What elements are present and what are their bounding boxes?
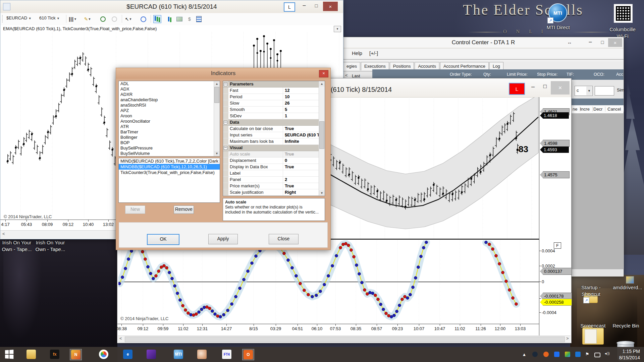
chart1-minimize-button[interactable]: –	[300, 2, 308, 8]
property-value[interactable]: Right	[283, 189, 319, 195]
indicator-item[interactable]: Aroon	[119, 113, 220, 119]
cc-tab-egies[interactable]: egies	[343, 62, 360, 70]
cc-restore-button[interactable]: ↔	[566, 40, 573, 45]
property-row[interactable]: StDev1	[223, 113, 319, 119]
desktop-icon-irish2[interactable]: Irish On Your Own - Tape...	[34, 239, 67, 253]
property-value[interactable]: 2	[283, 177, 319, 183]
indicator-item[interactable]: BuySellVolume	[119, 151, 220, 156]
taskbar-ninjatrader[interactable]: N	[70, 349, 82, 360]
taskbar-paint[interactable]	[196, 349, 208, 360]
property-value[interactable]: Infinite	[283, 138, 319, 144]
recycle-bin-label[interactable]: Recycle Bin	[608, 322, 644, 329]
order-type-combo[interactable]: c ▼	[575, 86, 593, 96]
scroll-down-icon[interactable]: ▼	[319, 190, 325, 196]
taskbar-start[interactable]	[3, 349, 15, 360]
indicator-item[interactable]: ADL	[119, 81, 220, 86]
crosshair-icon[interactable]	[139, 15, 147, 23]
configured-indicator-item[interactable]: TickCounter3(True,Float_with_price,False…	[119, 170, 220, 175]
property-grid[interactable]: ▲ ▼ ParametersFast12Period10Slow26Smooth…	[223, 81, 325, 196]
collapse-icon[interactable]	[223, 81, 228, 87]
dialog-titlebar[interactable]: Indicators	[116, 68, 330, 79]
indicators-dialog-icon[interactable]	[165, 15, 173, 23]
indicator-item[interactable]: ADX	[119, 86, 220, 92]
taskbar-mti[interactable]: MTI	[173, 349, 184, 360]
chevron-down-icon[interactable]: ▼	[586, 86, 592, 95]
property-section-data[interactable]: Data	[223, 119, 319, 126]
mti-direct-icon[interactable]: MTI ↗	[548, 3, 568, 23]
cursor-tool-icon[interactable]: ↖▼	[124, 15, 132, 23]
taskbar-fx-app[interactable]: fx	[49, 349, 60, 360]
chart1-close-button[interactable]: ×	[323, 2, 338, 11]
desktop-icon-irish1[interactable]: Irish On Your Own - Tape...	[1, 239, 33, 253]
tray-tray-expand[interactable]: ▲	[521, 351, 528, 358]
tray-teamviewer[interactable]	[574, 351, 582, 358]
indicator-item[interactable]: ADXR	[119, 92, 220, 97]
remove-button[interactable]: Remove	[174, 205, 194, 214]
calculator-icon[interactable]	[195, 15, 203, 23]
action-header-Cancel[interactable]: Cancel	[607, 107, 624, 112]
tray-origin-tray[interactable]	[542, 351, 550, 358]
chart-properties-icon[interactable]	[175, 15, 183, 23]
cc-maximize-button[interactable]: □	[599, 40, 606, 45]
tray-network[interactable]	[594, 351, 601, 358]
chart2-price-scale[interactable]: 0.00040.00020-0.0002-0.00041.46211.46181…	[539, 97, 571, 336]
property-row[interactable]: Auto scaleTrue	[223, 151, 319, 158]
chart2-close-button[interactable]: ×	[551, 81, 570, 95]
screencast-folder-icon[interactable]	[582, 328, 604, 345]
property-value[interactable]: 12	[283, 87, 319, 94]
configured-indicators-list[interactable]: MIND($EURCAD (610 Tick),True,7,2,2,Color…	[118, 158, 220, 203]
property-value[interactable]: True	[283, 183, 319, 189]
scroll-thumb[interactable]	[214, 87, 219, 103]
indicator-item[interactable]: BarTimer	[119, 129, 220, 135]
menu-help[interactable]: Help	[352, 50, 362, 56]
property-row[interactable]: Panel2	[223, 177, 319, 183]
property-section-visual[interactable]: Visual	[223, 145, 319, 151]
scroll-down-icon[interactable]: ▼	[214, 151, 220, 156]
collapse-icon[interactable]	[223, 196, 228, 196]
instrument-selector[interactable]: $EURCAD ▼	[6, 15, 32, 20]
property-row[interactable]: Scale justificationRight	[223, 189, 319, 196]
property-row[interactable]: Label	[223, 170, 319, 177]
scroll-thumb[interactable]	[125, 337, 565, 342]
property-value[interactable]: 10	[283, 94, 319, 100]
indicator-item[interactable]: BuySellPressure	[119, 145, 220, 151]
chart1-maximize-button[interactable]: □	[312, 3, 320, 8]
new-button[interactable]: New	[125, 205, 145, 214]
property-value[interactable]: True	[283, 164, 319, 170]
indicator-item[interactable]: anaStochRSI	[119, 103, 220, 108]
scroll-left-icon[interactable]: <	[2, 231, 5, 236]
zoom-out-icon[interactable]	[110, 15, 118, 23]
dialog-close-button[interactable]: ×	[319, 70, 328, 77]
chart1-link-button[interactable]: L	[284, 2, 295, 12]
scroll-left-icon[interactable]: <	[119, 336, 122, 341]
taskbar-explorer[interactable]	[25, 349, 37, 360]
startup-shortcut-label[interactable]: Startup - Shortcut	[574, 284, 608, 298]
cc-minimize-button[interactable]: –	[587, 39, 594, 45]
taskbar-esword[interactable]: e	[122, 349, 133, 360]
action-header-ne[interactable]: ne	[573, 107, 580, 112]
property-row[interactable]: Fast12	[223, 87, 319, 94]
interval-selector[interactable]: 610 Tick ▼	[39, 15, 60, 20]
taskbar-origin[interactable]: O	[242, 349, 254, 360]
scroll-thumb[interactable]	[319, 121, 324, 149]
property-value[interactable]: 0	[283, 158, 319, 164]
property-row[interactable]: Smooth5	[223, 107, 319, 113]
action-header-Incre[interactable]: Incre	[580, 107, 593, 112]
oco-field[interactable]	[595, 86, 614, 96]
mti-direct-label[interactable]: MTI Direct	[537, 24, 580, 31]
panel-dropdown-button[interactable]: ▼	[334, 26, 341, 32]
scroll-right-icon[interactable]: >	[566, 336, 569, 341]
collapse-icon[interactable]	[223, 119, 228, 125]
property-row[interactable]: Period10	[223, 94, 319, 100]
property-value[interactable]: True	[283, 151, 319, 157]
action-header-Decr[interactable]: Decr	[593, 107, 605, 112]
menu-plusminus[interactable]: [+/-]	[369, 50, 378, 56]
indicator-item[interactable]: AroonOscillator	[119, 119, 220, 124]
property-row[interactable]: Input series$EURCAD (610 Tick	[223, 132, 319, 138]
taskbar-messenger[interactable]	[146, 349, 157, 360]
tray-google-drive[interactable]	[564, 351, 571, 358]
tray-volume[interactable]: ◄))	[603, 351, 610, 358]
indicator-item[interactable]: BOP	[119, 140, 220, 145]
ok-button[interactable]: OK	[147, 234, 179, 245]
taskbar-chrome[interactable]	[98, 349, 109, 360]
